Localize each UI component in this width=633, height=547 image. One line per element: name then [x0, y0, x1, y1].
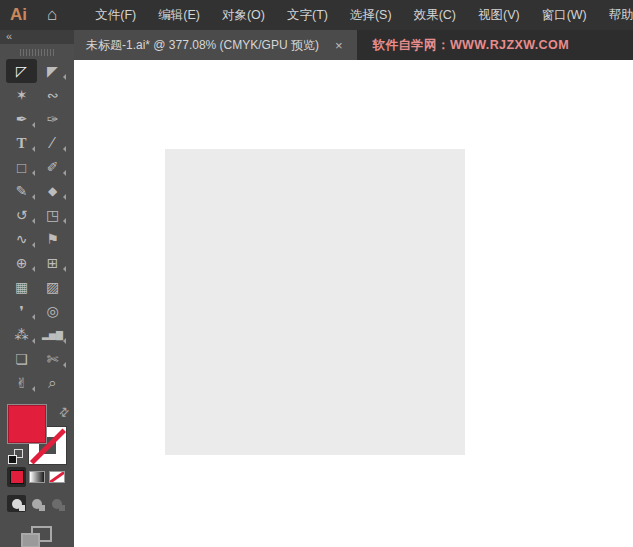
fill-stroke-controls: ⇄	[0, 402, 74, 547]
close-tab-icon[interactable]: ×	[333, 38, 345, 53]
app-logo: Ai	[0, 5, 38, 25]
symbol-sprayer-tool[interactable]: ⁂	[6, 323, 37, 347]
color-chip-icon	[11, 471, 23, 483]
width-tool-icon: ∿	[16, 231, 28, 247]
fill-color-button[interactable]	[7, 467, 26, 487]
illustrator-window: Ai ⌂ 文件(F)编辑(E)对象(O)文字(T)选择(S)效果(C)视图(V)…	[0, 0, 633, 547]
column-graph-tool-icon: ▂▅▇	[42, 330, 63, 340]
menu-item-file[interactable]: 文件(F)	[84, 7, 147, 24]
rectangle-tool-icon: □	[17, 159, 26, 176]
rectangle-tool[interactable]: □	[6, 155, 37, 179]
draw-normal-button[interactable]	[7, 495, 26, 512]
fill-color-swatch[interactable]	[8, 405, 46, 443]
shaper-tool[interactable]: ✎	[6, 179, 37, 203]
promo-text: 软件自学网：WWW.RJZXW.COM	[373, 37, 569, 54]
line-segment-tool[interactable]: ∕	[37, 131, 68, 155]
pen-tool[interactable]: ✒	[6, 107, 37, 131]
menu-item-effect[interactable]: 效果(C)	[403, 7, 467, 24]
scale-tool[interactable]: ◳	[37, 203, 68, 227]
puppet-warp-tool[interactable]: ⚑	[37, 227, 68, 251]
menu-item-type[interactable]: 文字(T)	[276, 7, 339, 24]
eraser-tool-icon: ◆	[48, 184, 57, 198]
width-tool[interactable]: ∿	[6, 227, 37, 251]
menu-item-object[interactable]: 对象(O)	[211, 7, 276, 24]
type-tool[interactable]: T	[6, 131, 37, 155]
zoom-tool[interactable]: ⌕	[37, 371, 68, 395]
direct-selection-tool[interactable]: ◤	[37, 59, 68, 83]
pen-tool-icon: ✒	[16, 111, 28, 127]
canvas[interactable]	[74, 60, 633, 547]
default-fill-stroke-icon[interactable]	[8, 449, 23, 464]
paintbrush-tool[interactable]: ✐	[37, 155, 68, 179]
toolbar-grip[interactable]	[20, 49, 54, 56]
perspective-grid-tool[interactable]: ⊞	[37, 251, 68, 275]
tools-panel: « ◸◤✶∾✒✑T∕□✐✎◆↺◳∿⚑⊕⊞▦▨❜◎⁂▂▅▇❏✄✌⌕ ⇄	[0, 30, 74, 547]
symbol-sprayer-tool-icon: ⁂	[15, 327, 29, 343]
shape-builder-tool[interactable]: ⊕	[6, 251, 37, 275]
tab-bar: 未标题-1.ai* @ 377.08% (CMYK/GPU 预览) × 软件自学…	[74, 30, 633, 60]
blend-tool[interactable]: ◎	[37, 299, 68, 323]
home-icon[interactable]: ⌂	[38, 0, 66, 30]
menu-bar-items: 文件(F)编辑(E)对象(O)文字(T)选择(S)效果(C)视图(V)窗口(W)…	[84, 7, 633, 24]
draw-behind-icon	[32, 499, 42, 509]
draw-inside-icon	[52, 499, 62, 509]
artboard-tool-icon: ❏	[15, 351, 28, 367]
tool-grid: ◸◤✶∾✒✑T∕□✐✎◆↺◳∿⚑⊕⊞▦▨❜◎⁂▂▅▇❏✄✌⌕	[0, 59, 74, 395]
menu-item-help[interactable]: 帮助(H)	[598, 7, 633, 24]
rotate-tool-icon: ↺	[16, 207, 28, 223]
magic-wand-tool[interactable]: ✶	[6, 83, 37, 107]
selection-tool[interactable]: ◸	[6, 59, 37, 83]
eraser-tool[interactable]: ◆	[37, 179, 68, 203]
eyedropper-tool-icon: ❜	[19, 303, 24, 319]
menu-item-select[interactable]: 选择(S)	[339, 7, 403, 24]
draw-inside-button[interactable]	[47, 495, 66, 512]
lasso-tool[interactable]: ∾	[37, 83, 68, 107]
lasso-tool-icon: ∾	[47, 87, 59, 103]
change-screen-mode-button[interactable]	[31, 526, 52, 542]
hand-tool[interactable]: ✌	[6, 371, 37, 395]
rotate-tool[interactable]: ↺	[6, 203, 37, 227]
artboard[interactable]	[165, 149, 465, 455]
collapse-toolbar-button[interactable]: «	[0, 30, 74, 44]
eyedropper-tool[interactable]: ❜	[6, 299, 37, 323]
menu-bar: Ai ⌂ 文件(F)编辑(E)对象(O)文字(T)选择(S)效果(C)视图(V)…	[0, 0, 633, 30]
blend-tool-icon: ◎	[46, 303, 58, 319]
puppet-warp-tool-icon: ⚑	[46, 231, 59, 247]
gradient-chip-icon	[30, 472, 44, 482]
document-tab-title: 未标题-1.ai* @ 377.08% (CMYK/GPU 预览)	[86, 37, 319, 54]
direct-selection-tool-icon: ◤	[47, 63, 58, 79]
none-chip-icon	[50, 472, 64, 482]
hand-tool-icon: ✌	[16, 375, 28, 391]
gradient-tool-icon: ▨	[46, 279, 59, 295]
curvature-tool-icon: ✑	[47, 111, 59, 127]
paintbrush-tool-icon: ✐	[47, 159, 59, 175]
slice-tool-icon: ✄	[47, 351, 59, 367]
type-tool-icon: T	[16, 135, 26, 152]
magic-wand-tool-icon: ✶	[16, 87, 28, 103]
shape-builder-tool-icon: ⊕	[16, 255, 28, 271]
menu-item-window[interactable]: 窗口(W)	[531, 7, 598, 24]
drawing-mode-buttons	[7, 495, 66, 512]
zoom-tool-icon: ⌕	[48, 374, 56, 392]
color-mode-buttons	[7, 467, 66, 487]
column-graph-tool[interactable]: ▂▅▇	[37, 323, 68, 347]
draw-behind-button[interactable]	[27, 495, 46, 512]
artboard-tool[interactable]: ❏	[6, 347, 37, 371]
gradient-button[interactable]	[27, 467, 46, 487]
line-segment-tool-icon: ∕	[51, 134, 54, 152]
document-tab[interactable]: 未标题-1.ai* @ 377.08% (CMYK/GPU 预览) ×	[74, 30, 357, 60]
perspective-grid-tool-icon: ⊞	[47, 255, 59, 271]
none-button[interactable]	[47, 467, 66, 487]
selection-tool-icon: ◸	[16, 63, 27, 79]
menu-item-edit[interactable]: 编辑(E)	[147, 7, 211, 24]
shaper-tool-icon: ✎	[16, 183, 28, 199]
curvature-tool[interactable]: ✑	[37, 107, 68, 131]
mesh-tool-icon: ▦	[15, 279, 28, 295]
mesh-tool[interactable]: ▦	[6, 275, 37, 299]
draw-normal-icon	[12, 499, 22, 509]
menu-item-view[interactable]: 视图(V)	[467, 7, 531, 24]
gradient-tool[interactable]: ▨	[37, 275, 68, 299]
swap-fill-stroke-icon[interactable]: ⇄	[55, 403, 72, 420]
scale-tool-icon: ◳	[46, 207, 59, 223]
slice-tool[interactable]: ✄	[37, 347, 68, 371]
